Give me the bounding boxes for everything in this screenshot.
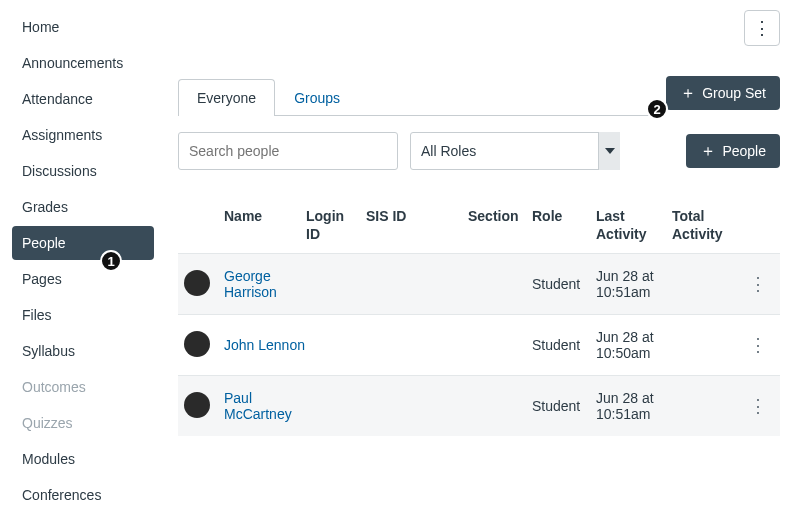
col-section: Section [468, 208, 532, 243]
col-total-activity: Total Activity [672, 208, 742, 243]
row-options-button[interactable]: ⋮ [742, 334, 774, 356]
nav-people-label: People [22, 235, 66, 251]
add-group-set-button[interactable]: ＋ Group Set [666, 76, 780, 110]
plus-icon: ＋ [700, 143, 716, 159]
nav-pages[interactable]: Pages [12, 262, 154, 296]
people-tabs: Everyone Groups [178, 79, 654, 116]
avatar [184, 392, 210, 418]
table-header-row: Name Login ID SIS ID Section Role Last A… [178, 198, 780, 253]
plus-icon: ＋ [680, 85, 696, 101]
cell-last-activity: Jun 28 at 10:51am [596, 268, 672, 300]
nav-outcomes[interactable]: Outcomes [12, 370, 154, 404]
add-people-button[interactable]: ＋ People [686, 134, 780, 168]
table-row: Paul McCartney Student Jun 28 at 10:51am… [178, 375, 780, 436]
avatar [184, 270, 210, 296]
table-row: John Lennon Student Jun 28 at 10:50am ⋮ [178, 314, 780, 375]
role-filter[interactable]: All Roles [410, 132, 620, 170]
course-nav: Home Announcements Attendance Assignment… [0, 0, 160, 514]
group-set-label: Group Set [702, 85, 766, 101]
cell-role: Student [532, 276, 596, 292]
user-link[interactable]: John Lennon [224, 337, 305, 353]
avatar [184, 331, 210, 357]
people-table: Name Login ID SIS ID Section Role Last A… [178, 198, 780, 436]
cell-last-activity: Jun 28 at 10:50am [596, 329, 672, 361]
badge-group-set: 2 [646, 98, 668, 120]
col-login-id: Login ID [306, 208, 366, 243]
col-role: Role [532, 208, 596, 243]
add-people-label: People [722, 143, 766, 159]
main-content: ⋮ Everyone Groups ＋ Group Set 2 All Role… [160, 0, 798, 514]
nav-conferences[interactable]: Conferences [12, 478, 154, 512]
table-row: George Harrison Student Jun 28 at 10:51a… [178, 253, 780, 314]
nav-announcements[interactable]: Announcements [12, 46, 154, 80]
row-options-button[interactable]: ⋮ [742, 395, 774, 417]
cell-role: Student [532, 398, 596, 414]
tab-groups[interactable]: Groups [275, 79, 359, 116]
user-link[interactable]: Paul McCartney [224, 390, 292, 422]
col-last-activity: Last Activity [596, 208, 672, 243]
nav-modules[interactable]: Modules [12, 442, 154, 476]
page-options-button[interactable]: ⋮ [744, 10, 780, 46]
nav-quizzes[interactable]: Quizzes [12, 406, 154, 440]
col-sis-id: SIS ID [366, 208, 468, 243]
tab-everyone[interactable]: Everyone [178, 79, 275, 116]
nav-attendance[interactable]: Attendance [12, 82, 154, 116]
nav-home[interactable]: Home [12, 10, 154, 44]
chevron-down-icon [598, 132, 620, 170]
search-people-input[interactable] [178, 132, 398, 170]
kebab-icon: ⋮ [753, 19, 771, 37]
role-selected-label: All Roles [421, 143, 476, 159]
nav-assignments[interactable]: Assignments [12, 118, 154, 152]
nav-grades[interactable]: Grades [12, 190, 154, 224]
cell-last-activity: Jun 28 at 10:51am [596, 390, 672, 422]
nav-files[interactable]: Files [12, 298, 154, 332]
nav-syllabus[interactable]: Syllabus [12, 334, 154, 368]
cell-role: Student [532, 337, 596, 353]
nav-discussions[interactable]: Discussions [12, 154, 154, 188]
user-link[interactable]: George Harrison [224, 268, 277, 300]
row-options-button[interactable]: ⋮ [742, 273, 774, 295]
nav-people[interactable]: People 1 [12, 226, 154, 260]
col-name: Name [224, 208, 306, 243]
